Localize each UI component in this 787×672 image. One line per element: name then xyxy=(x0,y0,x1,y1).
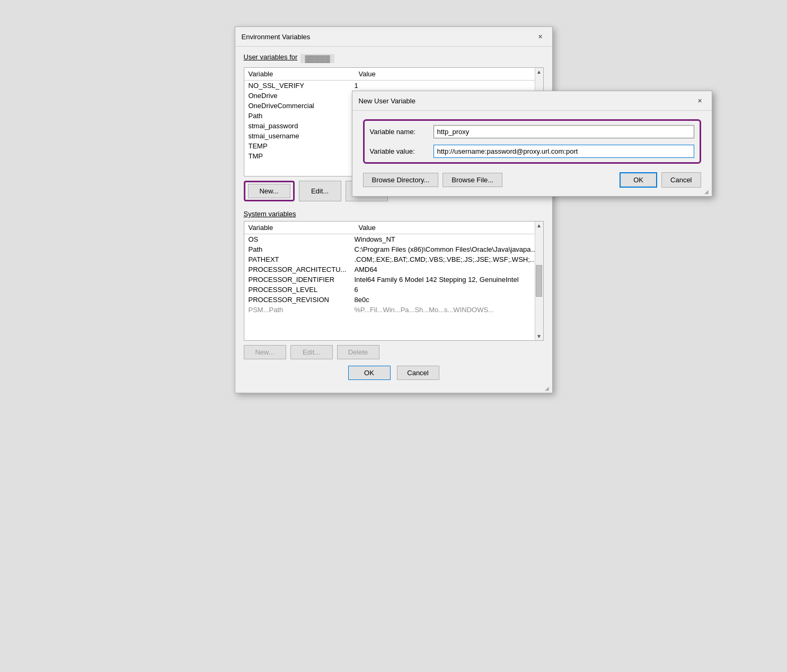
browse-file-button[interactable]: Browse File... xyxy=(443,173,502,187)
env-dialog-bottom-buttons: OK Cancel xyxy=(244,359,544,384)
new-user-variable-dialog: New User Variable × Variable name: Varia… xyxy=(352,91,712,197)
user-col-value: Value xyxy=(359,70,376,78)
system-variables-section: System variables Variable Value OSWindow… xyxy=(244,210,544,359)
system-section-label: System variables xyxy=(244,210,296,218)
table-row[interactable]: PROCESSOR_REVISION8e0c xyxy=(244,295,543,305)
variable-name-row: Variable name: xyxy=(370,125,694,138)
new-var-dialog-content: Variable name: Variable value: Browse Di… xyxy=(352,111,712,196)
system-variables-table: Variable Value OSWindows_NT PathC:\Progr… xyxy=(244,221,544,341)
variable-value-input[interactable] xyxy=(434,145,694,158)
new-var-dialog-close-button[interactable]: × xyxy=(695,95,705,106)
env-dialog-cancel-button[interactable]: Cancel xyxy=(397,366,439,380)
system-col-value: Value xyxy=(359,224,376,232)
variable-value-row: Variable value: xyxy=(370,145,694,158)
table-row[interactable]: OSWindows_NT xyxy=(244,234,543,244)
new-var-cancel-button[interactable]: Cancel xyxy=(661,172,701,188)
browse-buttons: Browse Directory... Browse File... xyxy=(363,173,503,187)
env-dialog-titlebar: Environment Variables × xyxy=(235,27,552,47)
sys-scrollbar-down-arrow[interactable]: ▼ xyxy=(536,333,542,339)
system-table-header: Variable Value xyxy=(244,222,543,234)
ok-cancel-buttons: OK Cancel xyxy=(620,172,701,188)
system-new-button[interactable]: New... xyxy=(244,345,286,359)
scrollbar-up-arrow[interactable]: ▲ xyxy=(536,69,542,75)
table-row[interactable]: PATHEXT.COM;.EXE;.BAT;.CMD;.VBS;.VBE;.JS… xyxy=(244,254,543,264)
table-row[interactable]: PathC:\Program Files (x86)\Common Files\… xyxy=(244,244,543,254)
user-edit-button[interactable]: Edit... xyxy=(299,181,341,201)
new-var-dialog-titlebar: New User Variable × xyxy=(352,91,712,111)
system-col-variable: Variable xyxy=(249,224,355,232)
new-var-action-row: Browse Directory... Browse File... OK Ca… xyxy=(363,172,701,188)
user-username: ▓▓▓▓▓ xyxy=(300,54,334,63)
env-dialog-close-button[interactable]: × xyxy=(535,31,546,42)
user-new-button[interactable]: New... xyxy=(248,184,290,198)
system-delete-button[interactable]: Delete xyxy=(337,345,379,359)
system-table-body[interactable]: OSWindows_NT PathC:\Program Files (x86)\… xyxy=(244,234,543,340)
resize-handle[interactable]: ◢ xyxy=(545,385,551,392)
new-button-highlight: New... xyxy=(244,181,295,201)
env-dialog-ok-button[interactable]: OK xyxy=(348,366,391,380)
sys-scrollbar-thumb[interactable] xyxy=(536,265,542,297)
new-var-ok-button[interactable]: OK xyxy=(620,172,657,188)
table-row[interactable]: PROCESSOR_LEVEL6 xyxy=(244,285,543,295)
env-dialog-title: Environment Variables xyxy=(242,33,311,41)
variable-value-label: Variable value: xyxy=(370,147,434,155)
table-row[interactable]: PSM...Path%P...Fil...Win...Pa...Sh...Mo.… xyxy=(244,305,543,315)
variable-name-label: Variable name: xyxy=(370,128,434,136)
new-var-dialog-title: New User Variable xyxy=(359,97,415,105)
input-highlight-box: Variable name: Variable value: xyxy=(363,119,701,164)
table-row[interactable]: PROCESSOR_ARCHITECTU...AMD64 xyxy=(244,264,543,275)
table-row[interactable]: NO_SSL_VERIFY1 xyxy=(244,81,543,91)
user-col-variable: Variable xyxy=(249,70,355,78)
new-var-resize-handle[interactable]: ◢ xyxy=(704,189,711,195)
variable-name-input[interactable] xyxy=(434,125,694,138)
sys-scrollbar-up-arrow[interactable]: ▲ xyxy=(536,223,542,228)
browse-directory-button[interactable]: Browse Directory... xyxy=(363,173,439,187)
user-table-header: Variable Value xyxy=(244,68,543,81)
table-row[interactable]: PROCESSOR_IDENTIFIERIntel64 Family 6 Mod… xyxy=(244,275,543,285)
user-section-label: User variables for xyxy=(244,53,298,61)
system-buttons-row: New... Edit... Delete xyxy=(244,345,544,359)
system-edit-button[interactable]: Edit... xyxy=(290,345,333,359)
environment-variables-dialog: Environment Variables × User variables f… xyxy=(235,26,553,393)
